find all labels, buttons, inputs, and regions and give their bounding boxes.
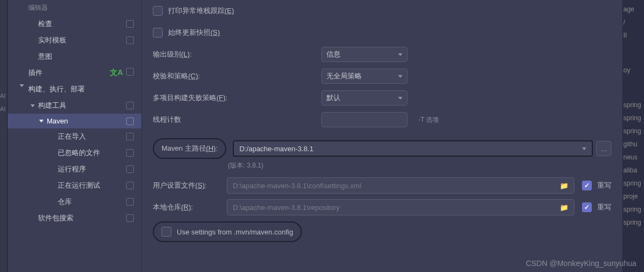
right-edge-panel: age/II oy springspringspring githuneusal… bbox=[622, 0, 644, 272]
project-badge-icon bbox=[126, 165, 134, 173]
local-repo-override[interactable]: 重写 bbox=[582, 202, 611, 212]
local-repo-label: 本地仓库(R): bbox=[153, 202, 227, 212]
sidebar-item-live-templates[interactable]: 实时模板 bbox=[8, 32, 141, 48]
settings-main-panel: 打印异常堆栈跟踪(E) 始终更新快照(S) 输出级别(L): 信息 校验和策略(… bbox=[141, 0, 622, 272]
always-update-label: 始终更新快照(S) bbox=[168, 28, 220, 38]
chevron-down-icon bbox=[398, 97, 403, 100]
chevron-down-icon bbox=[582, 147, 586, 150]
translate-icon: 文A bbox=[110, 68, 123, 78]
checksum-dropdown[interactable]: 无全局策略 bbox=[321, 69, 407, 84]
chevron-down-icon bbox=[20, 84, 24, 87]
sidebar-item-ignored-files[interactable]: 已忽略的文件 bbox=[8, 145, 141, 161]
sidebar-item-build-tools[interactable]: 构建工具 bbox=[8, 97, 141, 114]
sidebar-build[interactable]: 构建、执行、部署 bbox=[8, 81, 141, 97]
user-settings-override[interactable]: 重写 bbox=[582, 181, 611, 190]
thread-count-label: 线程计数 bbox=[153, 115, 234, 125]
user-settings-input[interactable]: D:\apache-maven-3.8.1\conf\settings.xml📁 bbox=[227, 177, 574, 194]
project-badge-icon bbox=[126, 182, 134, 189]
print-stack-label: 打印异常堆栈跟踪(E) bbox=[168, 6, 234, 16]
thread-count-input[interactable] bbox=[321, 112, 407, 127]
chevron-down-icon bbox=[30, 104, 35, 107]
sidebar-item-inspections[interactable]: 检查 bbox=[8, 16, 141, 32]
watermark: CSDN @MonkeyKing_sunyuhua bbox=[526, 259, 636, 268]
local-repo-input[interactable]: D:\apache-maven-3.8.1\repository📁 bbox=[227, 199, 574, 215]
chevron-down-icon bbox=[398, 75, 403, 78]
project-badge-icon bbox=[126, 149, 134, 157]
sidebar-item-running-tests[interactable]: 正在运行测试 bbox=[8, 177, 141, 194]
override-checkbox[interactable] bbox=[582, 202, 592, 212]
thread-hint: -T 选项 bbox=[418, 115, 439, 125]
left-tool-stripe: AIAI bbox=[0, 0, 8, 272]
sidebar-item-maven[interactable]: Maven bbox=[8, 114, 141, 128]
project-badge-icon bbox=[126, 133, 134, 140]
checksum-label: 校验和策略(C): bbox=[153, 71, 234, 81]
sidebar-item-package-search[interactable]: 软件包搜索 bbox=[8, 210, 141, 226]
use-mvn-config-label: Use settings from .mvn/maven.config bbox=[177, 228, 293, 236]
project-badge-icon bbox=[126, 68, 134, 76]
override-checkbox[interactable] bbox=[582, 181, 592, 190]
project-badge-icon bbox=[126, 20, 134, 28]
print-stack-checkbox[interactable] bbox=[153, 6, 163, 16]
folder-icon: 📁 bbox=[560, 182, 568, 190]
maven-version-label: (版本: 3.8.1) bbox=[228, 161, 611, 170]
always-update-checkbox[interactable] bbox=[153, 28, 163, 38]
sidebar-editor-header: 编辑器 bbox=[8, 0, 141, 16]
browse-button[interactable]: … bbox=[596, 141, 611, 156]
sidebar-item-importing[interactable]: 正在导入 bbox=[8, 128, 141, 145]
chevron-down-icon bbox=[39, 120, 44, 122]
sidebar-item-intentions[interactable]: 意图 bbox=[8, 48, 141, 65]
output-level-label: 输出级别(L): bbox=[153, 50, 234, 59]
output-level-dropdown[interactable]: 信息 bbox=[321, 47, 407, 62]
project-badge-icon bbox=[126, 198, 134, 206]
maven-home-combo[interactable]: D:/apache-maven-3.8.1 bbox=[233, 140, 593, 157]
sidebar-item-repositories[interactable]: 仓库 bbox=[8, 194, 141, 210]
folder-icon: 📁 bbox=[560, 203, 568, 212]
sidebar-item-runner[interactable]: 运行程序 bbox=[8, 161, 141, 177]
multi-fail-label: 多项目构建失败策略(F): bbox=[153, 93, 234, 103]
user-settings-label: 用户设置文件(S): bbox=[153, 181, 227, 190]
multi-fail-dropdown[interactable]: 默认 bbox=[321, 90, 407, 106]
project-badge-icon bbox=[126, 102, 134, 109]
project-badge-icon bbox=[126, 214, 134, 222]
maven-home-label: Maven 主路径(H): bbox=[153, 138, 226, 159]
project-badge-icon bbox=[126, 36, 134, 44]
sidebar-plugins[interactable]: 插件文A bbox=[8, 65, 141, 81]
use-mvn-config-checkbox[interactable] bbox=[162, 227, 171, 237]
chevron-down-icon bbox=[398, 53, 403, 56]
settings-sidebar: 编辑器 检查 实时模板 意图 插件文A 构建、执行、部署 构建工具 Maven … bbox=[8, 0, 141, 272]
use-mvn-config-row[interactable]: Use settings from .mvn/maven.config bbox=[153, 221, 302, 242]
project-badge-icon bbox=[126, 118, 134, 125]
